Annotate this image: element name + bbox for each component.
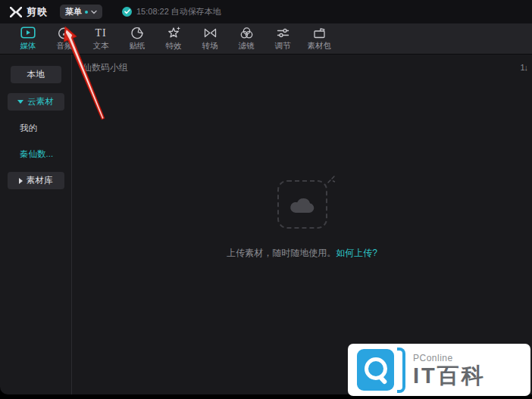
cloud-icon <box>289 195 316 214</box>
chevron-right-icon <box>19 178 23 184</box>
text-icon: TI <box>95 26 106 39</box>
notification-dot-icon <box>85 11 88 14</box>
magnifier-handle-icon <box>377 375 387 385</box>
toolbar-item-media[interactable]: 媒体 <box>10 24 46 53</box>
package-icon <box>312 26 327 39</box>
effects-icon <box>167 26 181 39</box>
sidebar-mine-label: 我的 <box>20 123 37 134</box>
app-logo: 剪映 <box>10 5 48 19</box>
check-circle-icon <box>122 7 132 17</box>
magnifier-ring-icon <box>365 357 387 380</box>
toolbar-label-audio: 音频 <box>57 41 73 51</box>
jianying-logo-icon <box>10 7 22 17</box>
adjust-icon <box>276 26 290 39</box>
magnifier-book-icon <box>357 349 394 391</box>
audio-icon <box>58 26 71 39</box>
sidebar-item-local[interactable]: 本地 <box>11 66 61 83</box>
topbar: 剪映 菜单 15:08:22 自动保存本地 <box>0 0 532 23</box>
sidebar-local-label: 本地 <box>27 69 45 80</box>
transition-icon <box>203 26 217 39</box>
empty-message: 上传素材，随时随地使用。 <box>227 248 336 258</box>
watermark-title: IT百科 <box>413 363 486 388</box>
sidebar-group-label: 秦仙数... <box>20 148 53 160</box>
chevron-down-icon <box>91 10 97 14</box>
autosave-status: 15:08:22 自动保存本地 <box>122 6 221 17</box>
upload-dropzone[interactable] <box>277 180 327 229</box>
app-name: 剪映 <box>27 5 48 19</box>
toolbar-label-media: 媒体 <box>20 41 36 51</box>
book-page-icon <box>397 348 405 393</box>
sidebar-library-label: 素材库 <box>27 175 53 186</box>
media-sidebar: 本地 云素材 我的 秦仙数... 素材库 <box>0 55 72 394</box>
chevron-down-icon <box>17 100 23 104</box>
watermark-text: PConline IT百科 <box>413 353 486 388</box>
sidebar-item-cloud[interactable]: 云素材 <box>8 93 64 111</box>
empty-state: 上传素材，随时随地使用。如何上传? <box>72 45 532 394</box>
menu-button[interactable]: 菜单 <box>60 5 102 19</box>
how-to-upload-link[interactable]: 如何上传? <box>336 248 377 258</box>
media-icon <box>20 26 36 39</box>
sidebar-cloud-label: 云素材 <box>27 96 54 108</box>
sticker-icon <box>130 26 144 39</box>
autosave-text: 15:08:22 自动保存本地 <box>136 6 221 17</box>
empty-state-text: 上传素材，随时随地使用。如何上传? <box>227 247 377 260</box>
sidebar-item-library[interactable]: 素材库 <box>8 172 64 189</box>
sparkle-icon <box>326 174 336 185</box>
app-window: 剪映 菜单 15:08:22 自动保存本地 媒体 音频 <box>0 0 532 394</box>
sidebar-item-group[interactable]: 秦仙数... <box>0 146 71 161</box>
sidebar-item-mine[interactable]: 我的 <box>0 120 71 136</box>
menu-button-label: 菜单 <box>65 6 82 17</box>
pconline-watermark: PConline IT百科 <box>348 344 530 396</box>
watermark-brand: PConline <box>413 353 486 363</box>
filter-icon <box>239 26 254 39</box>
